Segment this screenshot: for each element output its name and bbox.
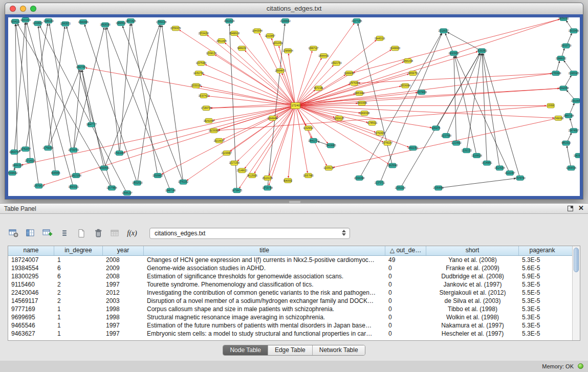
table-mode-button[interactable] <box>7 227 20 239</box>
tab-edge-table[interactable]: Edge Table <box>268 345 313 355</box>
table-cell: 2012 <box>103 289 144 297</box>
table-cell: 1 <box>54 321 103 330</box>
graph-node-label: 9466231 <box>237 47 247 50</box>
table-cell: 9699695 <box>8 313 54 321</box>
tab-network-table[interactable]: Network Table <box>313 345 365 355</box>
column-header-in_degree[interactable]: in_degree <box>54 246 103 255</box>
table-panel-body: f(x) citations_edges.txt namein_degreeye… <box>0 214 588 360</box>
graph-node-label: 18056093 <box>558 17 569 20</box>
graph-node-label: 12604125 <box>334 117 344 120</box>
table-cell: 5.5E-5 <box>519 289 565 297</box>
column-header-out_de[interactable]: △ out_de… <box>385 246 426 255</box>
window-titlebar[interactable]: citations_edges.txt <box>5 3 583 15</box>
table-cell: Yano et al. (2008) <box>426 256 519 264</box>
graph-node-label: 17876369 <box>349 82 360 84</box>
table-scrollbar[interactable] <box>572 246 580 340</box>
table-row[interactable]: 1830029562008Estimation of significance … <box>8 272 580 280</box>
graph-node-label: 15921743 <box>331 62 342 64</box>
table-cell: 9777169 <box>8 305 54 313</box>
table-selector-value: citations_edges.txt <box>155 230 205 237</box>
import-table-button[interactable] <box>108 227 122 239</box>
function-builder-button[interactable]: f(x) <box>125 227 139 239</box>
graph-edge <box>297 107 312 138</box>
table-selector[interactable]: citations_edges.txt <box>149 228 350 239</box>
import-table-icon <box>110 229 120 238</box>
graph-edge <box>354 19 561 73</box>
table-row[interactable]: 2242004622012Investigating the contribut… <box>8 289 580 297</box>
table-row[interactable]: 977716911998Corpus callosum shape and si… <box>8 305 580 313</box>
panel-splitter[interactable] <box>0 200 588 203</box>
create-column-button[interactable] <box>41 227 54 239</box>
column-header-name[interactable]: name <box>8 246 54 255</box>
table-row[interactable]: 946362711997Embryonic stem cells: a mode… <box>8 330 580 338</box>
table-cell: Disruption of a novel member of a sodium… <box>144 297 385 305</box>
window-title: citations_edges.txt <box>5 5 583 12</box>
table-cell: 18724007 <box>8 256 54 264</box>
graph-node-label: 25282963 <box>476 50 487 52</box>
column-header-year[interactable]: year <box>103 246 144 255</box>
network-canvas[interactable]: 9054321100316341100894711986260129635731… <box>8 17 580 196</box>
graph-edge <box>74 28 104 148</box>
table-row[interactable]: 1938455462009Genome-wide association stu… <box>8 264 580 272</box>
graph-node-label: 23714016 <box>25 160 36 162</box>
tab-node-table[interactable]: Node Table <box>223 345 268 355</box>
table-cell: 5.3E-5 <box>519 313 565 321</box>
table-cell: 14569117 <box>8 297 54 305</box>
column-header-pagerank[interactable]: pagerank <box>519 246 565 255</box>
graph-edge <box>297 65 333 104</box>
table-panel: Table Panel ✕ <box>0 203 588 361</box>
table-cell: 2009 <box>103 264 144 272</box>
table-row[interactable]: 946554611997Estimation of the future num… <box>8 321 580 330</box>
scrollbar-thumb[interactable] <box>574 248 579 272</box>
graph-node-label: 24691329 <box>12 164 23 167</box>
table-header-row: namein_degreeyeartitle△ out_de…shortpage… <box>8 246 580 256</box>
graph-edge <box>107 28 170 189</box>
table-cell: 9115460 <box>8 280 54 289</box>
graph-node-label: 9260276 <box>431 127 441 129</box>
table-cell: 19384554 <box>8 264 54 272</box>
table-cell: 2 <box>54 280 103 289</box>
table-cell: 1998 <box>103 305 144 313</box>
graph-node-label: 11008947 <box>33 22 43 25</box>
graph-node-label: 18262048 <box>204 120 214 122</box>
table-cell: 22420046 <box>8 289 54 297</box>
status-bar: Memory: OK <box>0 361 588 372</box>
graph-node-label: 13169528 <box>471 155 482 157</box>
new-table-button[interactable] <box>75 227 88 239</box>
graph-node-label: 18853682 <box>354 92 365 95</box>
column-header-title[interactable]: title <box>144 246 385 255</box>
table-cell: 18300295 <box>8 272 54 280</box>
graph-node-label: 14738475 <box>232 189 243 192</box>
delete-table-button[interactable] <box>92 227 105 239</box>
graph-edge <box>445 34 452 52</box>
graph-node-label: 20216674 <box>214 140 225 142</box>
graph-node-label: 24305650 <box>449 52 460 55</box>
show-columns-button[interactable] <box>24 227 37 239</box>
graph-edge <box>454 56 456 141</box>
table-cell: 2003 <box>103 297 144 305</box>
rows-icon <box>61 229 68 238</box>
table-cell: 2 <box>54 289 103 297</box>
close-panel-icon[interactable]: ✕ <box>578 205 584 212</box>
table-row[interactable]: 1872400712008Changes of HCN gene express… <box>8 256 580 264</box>
graph-node-label: 16872825 <box>125 20 136 23</box>
table-row[interactable]: 1456911722003Disruption of a novel membe… <box>8 297 580 305</box>
graph-node-label: 21579666 <box>417 91 427 94</box>
graph-node-label: 23534292 <box>199 32 209 35</box>
graph-node-label: 12398170 <box>206 52 217 55</box>
graph-node-label: 20988032 <box>556 57 567 60</box>
graph-edge <box>298 50 391 104</box>
trash-icon <box>94 229 102 238</box>
column-header-short[interactable]: short <box>426 246 519 255</box>
table-row[interactable]: 969969511998Structural magnetic resonanc… <box>8 313 580 321</box>
table-panel-title: Table Panel <box>4 205 36 212</box>
graph-node-label: 15124154 <box>494 167 505 169</box>
table-row[interactable]: 911546021997Tourette syndrome. Phenomeno… <box>8 280 580 289</box>
row-options-button[interactable] <box>58 227 71 239</box>
graph-node-label: 21759390 <box>43 147 54 149</box>
table-cell: Dudbridge et al. (2008) <box>426 272 519 280</box>
graph-node-label: 18468003 <box>390 47 401 50</box>
graph-edge <box>211 106 293 108</box>
float-panel-icon[interactable] <box>568 206 573 211</box>
graph-node-label: 15895512 <box>116 22 126 25</box>
